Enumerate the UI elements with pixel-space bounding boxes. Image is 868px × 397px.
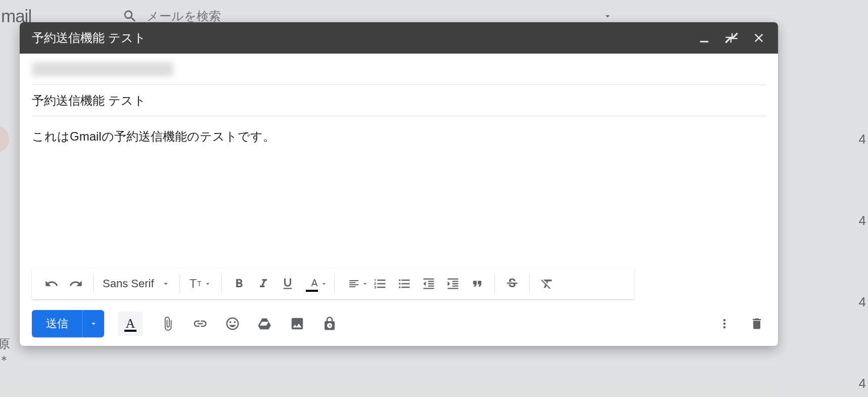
dropdown-caret-icon	[161, 279, 170, 288]
insert-emoji-button[interactable]	[223, 315, 242, 333]
toolbar-divider	[93, 274, 94, 293]
row-stub: 4	[859, 376, 868, 391]
dropdown-caret-icon	[89, 319, 98, 328]
send-button[interactable]: 送信	[32, 310, 83, 337]
formatting-a-icon: A	[126, 316, 135, 331]
insert-drive-button[interactable]	[256, 315, 274, 333]
sidebar-selected-indicator	[0, 125, 9, 153]
formatting-toolbar: Sans Serif TT	[32, 268, 634, 299]
recipient-redacted	[32, 62, 173, 76]
compose-titlebar[interactable]: 予約送信機能 テスト	[20, 22, 778, 54]
compose-action-bar: 送信 A	[32, 306, 766, 346]
toolbar-divider	[334, 274, 335, 293]
bold-button[interactable]	[227, 272, 251, 296]
message-body[interactable]: これはGmailの予約送信機能のテストです。	[32, 116, 766, 268]
svg-rect-0	[700, 41, 708, 42]
compose-body: 予約送信機能 テスト これはGmailの予約送信機能のテストです。 Sans S…	[20, 54, 778, 346]
row-stub: 4	[859, 213, 868, 229]
dropdown-caret-icon	[320, 280, 328, 288]
row-stub: 4	[859, 131, 868, 147]
numbered-list-button[interactable]	[368, 272, 392, 296]
more-options-button[interactable]	[715, 315, 734, 333]
trash-icon	[750, 317, 764, 331]
text-align-button[interactable]	[340, 272, 368, 296]
minimize-button[interactable]	[697, 31, 711, 45]
row-stub: 4	[859, 294, 868, 310]
undo-button[interactable]	[39, 272, 64, 296]
sidebar-strip: 原＊	[0, 32, 20, 397]
subject-field[interactable]: 予約送信機能 テスト	[32, 85, 766, 116]
text-color-button[interactable]	[300, 272, 329, 296]
emoji-icon	[225, 316, 240, 331]
compose-title-text: 予約送信機能 テスト	[32, 30, 146, 46]
formatting-underline-bar	[124, 330, 136, 332]
close-button[interactable]	[752, 31, 766, 45]
search-options-icon[interactable]	[603, 11, 613, 21]
compose-insert-icons	[159, 315, 339, 333]
google-drive-icon	[257, 316, 272, 331]
link-icon	[193, 316, 208, 331]
image-icon	[290, 316, 305, 331]
confidential-mode-button[interactable]	[321, 315, 339, 333]
background-row-stubs: 4 4 4 4	[853, 131, 868, 391]
search-icon	[122, 9, 138, 24]
toolbar-divider	[179, 274, 180, 293]
font-size-big-t-icon: T	[189, 277, 197, 291]
recipient-field[interactable]	[32, 54, 766, 85]
font-family-dropdown[interactable]: Sans Serif	[99, 272, 174, 296]
paperclip-icon	[160, 316, 175, 331]
subject-text: 予約送信機能 テスト	[32, 93, 146, 109]
strikethrough-button[interactable]	[500, 272, 524, 296]
text-color-indicator	[306, 290, 318, 292]
remove-formatting-button[interactable]	[535, 272, 559, 296]
insert-link-button[interactable]	[191, 315, 209, 333]
insert-photo-button[interactable]	[288, 315, 306, 333]
underline-button[interactable]	[276, 272, 300, 296]
quote-button[interactable]	[465, 272, 489, 296]
formatting-toggle-button[interactable]: A	[118, 312, 143, 336]
redo-button[interactable]	[64, 272, 88, 296]
font-size-small-t-icon: T	[197, 280, 202, 288]
indent-less-button[interactable]	[417, 272, 441, 296]
font-family-label: Sans Serif	[103, 277, 154, 290]
italic-button[interactable]	[251, 272, 276, 296]
indent-more-button[interactable]	[441, 272, 465, 296]
lock-clock-icon	[322, 316, 337, 331]
sidebar-stub-text: 原＊	[0, 336, 20, 368]
toolbar-divider	[494, 274, 495, 293]
font-size-dropdown[interactable]: TT	[185, 272, 216, 296]
message-body-text: これはGmailの予約送信機能のテストです。	[32, 129, 275, 143]
discard-draft-button[interactable]	[748, 315, 766, 333]
bulleted-list-button[interactable]	[392, 272, 417, 296]
send-options-button[interactable]	[83, 310, 104, 337]
compose-window: 予約送信機能 テスト 予約送信機能 テスト これはGmailの予約送信機能のテス…	[20, 22, 778, 346]
toolbar-divider	[221, 274, 222, 293]
dropdown-caret-icon	[204, 280, 212, 288]
attach-file-button[interactable]	[159, 315, 177, 333]
compose-overflow-controls	[715, 315, 766, 333]
compose-window-controls	[697, 31, 766, 45]
more-vert-icon	[717, 317, 732, 331]
send-split-button: 送信	[32, 310, 104, 337]
exit-fullscreen-button[interactable]	[724, 31, 739, 45]
toolbar-divider	[529, 274, 530, 293]
